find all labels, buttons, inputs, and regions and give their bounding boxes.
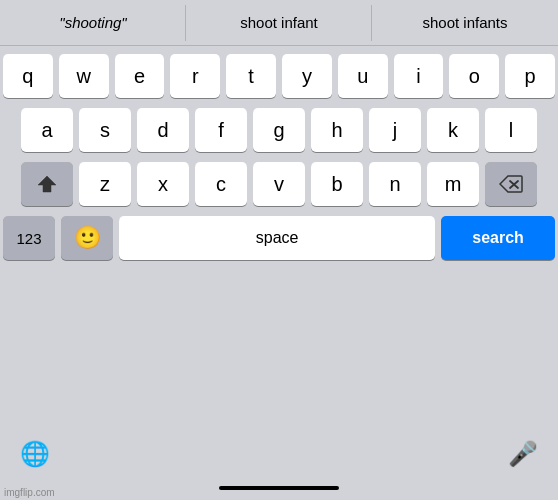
key-p[interactable]: p — [505, 54, 555, 98]
bottom-bar: 🌐 🎤 — [0, 432, 558, 480]
globe-icon[interactable]: 🌐 — [20, 440, 50, 468]
emoji-icon: 🙂 — [74, 225, 101, 251]
key-row-4: 123 🙂 space search — [3, 216, 555, 260]
key-q[interactable]: q — [3, 54, 53, 98]
key-l[interactable]: l — [485, 108, 537, 152]
key-b[interactable]: b — [311, 162, 363, 206]
key-c[interactable]: c — [195, 162, 247, 206]
key-row-3: z x c v b n m — [3, 162, 555, 206]
key-e[interactable]: e — [115, 54, 165, 98]
key-s[interactable]: s — [79, 108, 131, 152]
key-v[interactable]: v — [253, 162, 305, 206]
space-key[interactable]: space — [119, 216, 435, 260]
watermark: imgflip.com — [4, 487, 55, 498]
home-bar — [219, 486, 339, 490]
key-i[interactable]: i — [394, 54, 444, 98]
search-button[interactable]: search — [441, 216, 555, 260]
key-z[interactable]: z — [79, 162, 131, 206]
key-j[interactable]: j — [369, 108, 421, 152]
key-m[interactable]: m — [427, 162, 479, 206]
microphone-icon[interactable]: 🎤 — [508, 440, 538, 468]
emoji-key[interactable]: 🙂 — [61, 216, 113, 260]
backspace-key[interactable] — [485, 162, 537, 206]
keyboard: q w e r t y u i o p a s d f g h j k l z … — [0, 46, 558, 432]
key-u[interactable]: u — [338, 54, 388, 98]
shift-key[interactable] — [21, 162, 73, 206]
key-g[interactable]: g — [253, 108, 305, 152]
key-x[interactable]: x — [137, 162, 189, 206]
key-a[interactable]: a — [21, 108, 73, 152]
key-y[interactable]: y — [282, 54, 332, 98]
key-t[interactable]: t — [226, 54, 276, 98]
key-w[interactable]: w — [59, 54, 109, 98]
key-h[interactable]: h — [311, 108, 363, 152]
shift-icon — [36, 173, 58, 195]
autocomplete-item-1[interactable]: shoot infant — [186, 0, 372, 45]
autocomplete-item-2[interactable]: shoot infants — [372, 0, 558, 45]
key-r[interactable]: r — [170, 54, 220, 98]
key-d[interactable]: d — [137, 108, 189, 152]
key-f[interactable]: f — [195, 108, 247, 152]
key-n[interactable]: n — [369, 162, 421, 206]
key-row-1: q w e r t y u i o p — [3, 54, 555, 98]
key-o[interactable]: o — [449, 54, 499, 98]
autocomplete-item-0[interactable]: "shooting" — [0, 0, 186, 45]
backspace-icon — [499, 175, 523, 193]
autocomplete-bar: "shooting" shoot infant shoot infants — [0, 0, 558, 46]
key-k[interactable]: k — [427, 108, 479, 152]
num-key[interactable]: 123 — [3, 216, 55, 260]
key-row-2: a s d f g h j k l — [3, 108, 555, 152]
home-indicator — [0, 480, 558, 500]
